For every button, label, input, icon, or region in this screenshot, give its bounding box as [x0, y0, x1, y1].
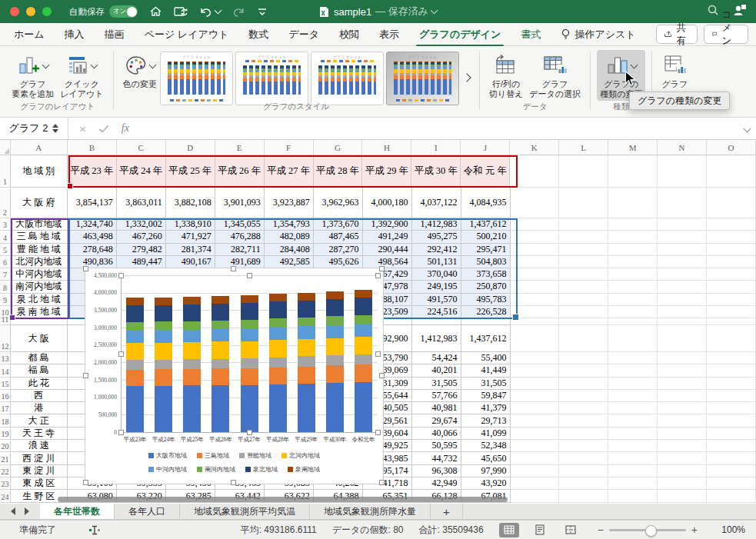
cell-H1[interactable]: 平成 29 年 — [362, 155, 411, 188]
cell-A9[interactable]: 泉 北 地 域 — [11, 294, 68, 306]
cell-E1[interactable]: 平成 26 年 — [215, 155, 265, 188]
row-header-12[interactable]: 12 — [0, 325, 11, 352]
cell-K15[interactable] — [511, 378, 560, 390]
cell-B3[interactable]: 1,324,740 — [68, 218, 117, 231]
column-header-B[interactable]: B — [68, 140, 117, 155]
cell-K3[interactable] — [511, 218, 560, 231]
cell-K20[interactable] — [511, 440, 560, 452]
bar-segment[interactable] — [326, 338, 344, 356]
cell-L23[interactable] — [559, 477, 608, 491]
column-header-K[interactable]: K — [510, 140, 559, 155]
row-header-8[interactable]: 8 — [0, 281, 11, 293]
cell-H2[interactable]: 4,000,180 — [363, 188, 412, 218]
cell-A23[interactable]: 東 成 区 — [11, 477, 68, 491]
scroll-tabs-left-icon[interactable] — [11, 507, 15, 515]
cell-I7[interactable]: 370,040 — [412, 268, 461, 281]
bar-segment[interactable] — [211, 321, 229, 329]
cell-K9[interactable] — [511, 294, 560, 306]
bar-segment[interactable] — [241, 341, 258, 358]
cell-J9[interactable]: 495,783 — [461, 294, 511, 306]
horizontal-scrollbar-thumb[interactable] — [58, 497, 508, 502]
row-header-21[interactable]: 21 — [0, 452, 11, 464]
cell-N21[interactable] — [658, 452, 707, 464]
cell-I3[interactable]: 1,412,983 — [412, 218, 461, 231]
cell-K10[interactable] — [511, 306, 560, 318]
cell-N14[interactable] — [658, 364, 707, 377]
zoom-slider-knob[interactable] — [645, 525, 657, 537]
selection-mode-icon[interactable] — [88, 524, 101, 536]
chart-style-thumbnail-2[interactable]: グラフ タイトル — [235, 52, 308, 105]
row-header-3[interactable]: 3 — [0, 218, 11, 231]
cell-I15[interactable]: 31,505 — [412, 378, 461, 390]
cell-L7[interactable] — [559, 268, 608, 281]
cell-F4[interactable]: 482,089 — [265, 231, 314, 243]
cell-J16[interactable]: 59,847 — [461, 390, 511, 402]
cell-O19[interactable] — [707, 428, 756, 440]
selection-handle[interactable] — [379, 373, 385, 378]
column-header-E[interactable]: E — [215, 140, 265, 155]
bar-segment[interactable] — [211, 329, 229, 341]
cell-G5[interactable]: 287,270 — [314, 244, 363, 256]
cell-L10[interactable] — [559, 306, 608, 318]
cell-D3[interactable]: 1,338,910 — [166, 218, 215, 231]
row-header-5[interactable]: 5 — [0, 244, 11, 256]
cell-L19[interactable] — [559, 428, 608, 440]
cell-I21[interactable]: 44,732 — [412, 452, 461, 464]
bar-segment[interactable] — [326, 355, 344, 365]
cell-A21[interactable]: 西 淀 川 — [11, 452, 68, 464]
close-window-button[interactable] — [10, 7, 19, 16]
quick-layout-button[interactable]: クイック レイアウト — [57, 50, 106, 101]
cell-J7[interactable]: 373,658 — [461, 268, 511, 281]
cell-L6[interactable] — [559, 256, 608, 268]
bar-segment[interactable] — [298, 326, 315, 339]
cell-K18[interactable] — [511, 414, 560, 427]
cell-I1[interactable]: 平成 30 年 — [411, 155, 461, 188]
zoom-out-icon[interactable]: − — [598, 524, 604, 536]
cell-A8[interactable]: 南河内地域 — [11, 281, 68, 293]
bar-segment[interactable] — [241, 385, 258, 432]
cell-N5[interactable] — [658, 244, 707, 256]
bar-segment[interactable] — [269, 340, 287, 357]
bar-segment[interactable] — [155, 321, 172, 330]
bar-segment[interactable] — [326, 365, 344, 382]
cell-C1[interactable]: 平成 24 年 — [117, 155, 166, 188]
cell-L14[interactable] — [559, 364, 608, 377]
tab-formulas[interactable]: 数式 — [248, 28, 268, 42]
cell-B2[interactable]: 3,854,137 — [68, 188, 117, 218]
cell-O22[interactable] — [707, 465, 756, 477]
bar-segment[interactable] — [155, 343, 172, 360]
cell-M20[interactable] — [608, 440, 658, 452]
cell-A11[interactable] — [11, 318, 68, 325]
cell-N17[interactable] — [658, 402, 707, 414]
cell-D2[interactable]: 3,882,108 — [166, 188, 215, 218]
cell-F3[interactable]: 1,354,793 — [265, 218, 314, 231]
cell-I12[interactable]: 1,412,983 — [412, 325, 461, 352]
legend-item[interactable]: 豊能地域 — [239, 451, 271, 460]
row-header-24[interactable]: 24 — [0, 490, 11, 503]
selection-handle[interactable] — [83, 266, 88, 271]
bar-segment[interactable] — [211, 296, 229, 304]
cell-L17[interactable] — [559, 402, 608, 414]
cell-N11[interactable] — [658, 318, 707, 325]
cell-I5[interactable]: 292,412 — [412, 244, 461, 256]
bar-segment[interactable] — [298, 318, 315, 326]
cell-J15[interactable]: 31,505 — [461, 378, 511, 390]
cell-J21[interactable]: 45,650 — [461, 452, 511, 464]
cell-J11[interactable] — [461, 318, 511, 325]
selection-handle[interactable] — [83, 480, 88, 485]
cell-L11[interactable] — [559, 318, 608, 325]
cell-E5[interactable]: 282,711 — [215, 244, 265, 256]
cell-E2[interactable]: 3,901,093 — [215, 188, 265, 218]
cell-F1[interactable]: 平成 27 年 — [265, 155, 314, 188]
cell-D6[interactable]: 490,167 — [166, 256, 215, 268]
bar-segment[interactable] — [355, 324, 372, 337]
column-header-J[interactable]: J — [461, 140, 510, 155]
cell-B5[interactable]: 278,648 — [68, 244, 117, 256]
undo-dropdown-icon[interactable] — [215, 7, 222, 15]
cell-L20[interactable] — [559, 440, 608, 452]
share-button[interactable]: 共有 — [656, 25, 698, 44]
cell-L3[interactable] — [559, 218, 608, 231]
zoom-slider[interactable] — [609, 529, 686, 531]
cell-J2[interactable]: 4,084,935 — [461, 188, 511, 218]
cell-J13[interactable]: 55,400 — [461, 352, 511, 364]
